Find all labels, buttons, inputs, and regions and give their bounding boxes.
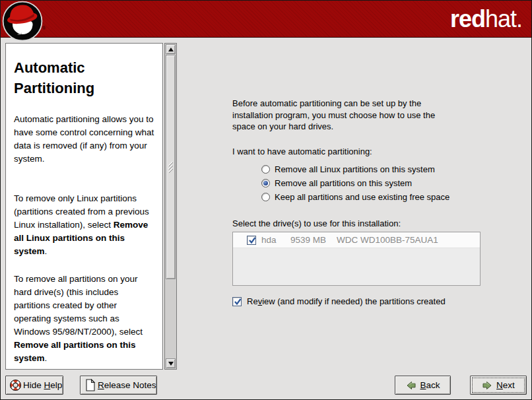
release-notes-button[interactable]: Release Notes <box>80 376 157 395</box>
review-label: Review (and modify if needed) the partit… <box>247 296 446 306</box>
thumb-grip-icon <box>167 162 174 173</box>
document-icon <box>85 379 96 391</box>
radio-button-icon[interactable] <box>261 193 270 201</box>
registered-trademark: ® <box>42 26 46 30</box>
radio-remove-linux[interactable]: Remove all Linux partitions on this syst… <box>261 164 435 175</box>
next-label: Next <box>496 380 515 390</box>
help-scrollbar[interactable] <box>164 43 177 370</box>
release-notes-label: Release Notes <box>98 380 156 390</box>
radio-button-icon[interactable] <box>261 165 270 174</box>
wordmark-period: . <box>516 5 522 32</box>
question-label: I want to have automatic partitioning: <box>232 146 372 158</box>
back-label: Back <box>420 380 440 390</box>
life-ring-icon <box>9 379 22 391</box>
wordmark-hat: hat <box>485 5 516 32</box>
drive-size: 9539 MB <box>290 235 331 245</box>
header-banner: redhat. <box>1 1 531 38</box>
installer-window: redhat. ® Automatic Partitioning Automat… <box>0 0 532 400</box>
drive-model: WDC WD100BB-75AUA1 <box>337 235 438 245</box>
hide-help-label: Hide Help <box>23 380 62 390</box>
radio-remove-all[interactable]: Remove all partitions on this system <box>261 178 412 189</box>
hide-help-button[interactable]: Hide Help <box>5 376 63 395</box>
help-panel: Automatic Partitioning Automatic partiti… <box>5 43 163 370</box>
scroll-up-button[interactable] <box>166 44 176 54</box>
drive-listbox[interactable]: hda 9539 MB WDC WD100BB-75AUA1 <box>232 232 481 286</box>
radio-button-icon[interactable] <box>261 179 270 187</box>
scrollbar-thumb[interactable] <box>166 55 176 279</box>
radio-keep-all[interactable]: Keep all partitions and use existing fre… <box>261 191 449 203</box>
help-paragraph-3: To remove all partitions on your hard dr… <box>14 273 156 365</box>
intro-text: Before automatic partitioning can be set… <box>232 98 450 133</box>
arrow-down-icon <box>168 362 174 366</box>
checkmark-icon <box>248 236 257 245</box>
back-button[interactable]: Back <box>395 376 451 395</box>
help-title: Automatic Partitioning <box>14 57 149 98</box>
review-checkbox[interactable] <box>232 297 242 306</box>
drive-row-hda[interactable]: hda 9539 MB WDC WD100BB-75AUA1 <box>233 232 480 248</box>
scroll-down-button[interactable] <box>166 358 176 368</box>
next-button[interactable]: Next <box>470 376 527 395</box>
arrow-up-icon <box>168 48 174 51</box>
help-paragraph-2: To remove only Linux partitions (partiti… <box>14 192 156 258</box>
drive-checkbox[interactable] <box>247 236 256 245</box>
redhat-shadowman-logo-icon <box>2 1 43 42</box>
redhat-wordmark: redhat. <box>450 5 522 34</box>
checkmark-icon <box>233 297 242 306</box>
wordmark-red: red <box>450 5 485 32</box>
arrow-right-icon <box>482 380 493 391</box>
arrow-left-icon <box>405 380 416 391</box>
review-checkbox-row[interactable]: Review (and modify if needed) the partit… <box>232 296 446 306</box>
drives-label: Select the drive(s) to use for this inst… <box>232 218 401 230</box>
help-paragraph-1: Automatic partitioning allows you to hav… <box>14 113 156 166</box>
drive-device: hda <box>261 235 286 245</box>
